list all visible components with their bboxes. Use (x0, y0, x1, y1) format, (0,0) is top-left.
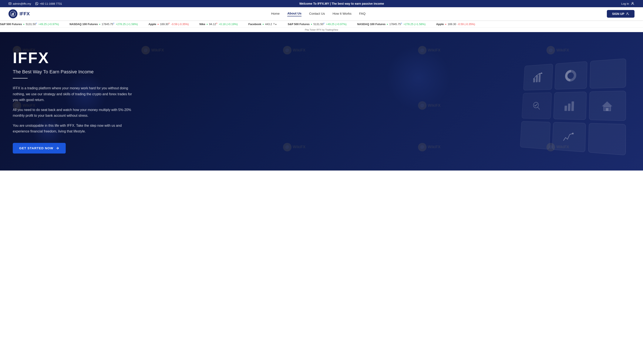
svg-point-1 (632, 2, 633, 4)
logo-text: IFFX (20, 11, 30, 16)
ticker-item-facebook: Facebook ● 443.2 T▲ (248, 22, 277, 26)
user-add-icon (626, 12, 630, 16)
ticker-item-apple: Apple ● 169.30D -0.59 (-0.35%) (148, 22, 189, 26)
card-empty-2 (520, 121, 551, 150)
svg-rect-18 (568, 104, 571, 111)
svg-rect-3 (12, 14, 12, 16)
svg-rect-22 (606, 108, 608, 111)
hero-desc-3: You are unstoppable in this life with IF… (13, 123, 136, 134)
circle-deco-3 (386, 46, 450, 110)
navbar: IFFX Home About Us Contact Us How It Wor… (0, 7, 643, 20)
ticker-item-nasdaq-dup: NASDAQ 100 Futures ● 17845.75E +278.25 (… (357, 22, 426, 26)
svg-rect-10 (536, 76, 538, 82)
phone-contact[interactable]: +60 11-1688 7731 (35, 2, 62, 5)
svg-point-6 (627, 13, 628, 14)
card-columns (554, 92, 587, 120)
svg-rect-11 (538, 73, 541, 82)
nav-home[interactable]: Home (271, 12, 280, 16)
wikifx-mark-9: @WikiFX (283, 143, 306, 152)
card-pie-chart (554, 62, 587, 90)
login-link[interactable]: Log In (621, 2, 634, 6)
sign-up-button[interactable]: SIGN UP (607, 10, 634, 18)
nav-faq[interactable]: FAQ (359, 12, 366, 16)
svg-rect-17 (564, 106, 567, 111)
wikifx-mark-10: @WikiFX (418, 143, 440, 152)
hero-title: IFFX (13, 49, 136, 66)
svg-rect-19 (571, 102, 574, 111)
card-house (589, 91, 626, 121)
hero-cards-grid (520, 58, 626, 156)
ticker-item-apple-dup: Apple ● 169.30 -0.59 (-0.35%) (436, 22, 475, 26)
ticker-attribution[interactable]: Pita Ticker IFFX by TradingView (0, 28, 643, 32)
svg-rect-4 (12, 14, 13, 16)
hero-divider (13, 78, 28, 78)
ticker-bar: S&P 500 Futures ● 5131.50E +49.25 (+0.97… (0, 20, 643, 28)
ticker-item-nike: Nike ● 94.12D +0.18 (+0.19%) (200, 22, 238, 26)
card-line-chart (552, 122, 586, 152)
hero-content: IFFX The Best Way To Earn Passive Income… (0, 32, 149, 170)
nav-about[interactable]: About Us (287, 12, 302, 16)
card-empty-3 (588, 123, 626, 156)
svg-point-23 (572, 133, 574, 134)
hero-subtitle: The Best Way To Earn Passive Income (13, 69, 136, 75)
whatsapp-icon (35, 2, 38, 5)
svg-line-16 (538, 107, 540, 110)
email-icon (8, 2, 12, 5)
ticker-content: S&P 500 Futures ● 5131.50E +49.25 (+0.97… (0, 22, 475, 26)
ticker-item-sp500-dup: S&P 500 Futures ● 5131.50E +49.25 (+0.97… (288, 22, 346, 26)
email-contact[interactable]: admin@iffx.my (8, 2, 31, 5)
ticker-item-nasdaq: NASDAQ 100 Futures ● 17845.75E +278.25 (… (70, 22, 138, 26)
nav-how-it-works[interactable]: How It Works (332, 12, 352, 16)
top-bar-announcement: Welcome To IFFX.MY | The best way to ear… (62, 2, 621, 5)
logo[interactable]: IFFX (8, 9, 30, 18)
card-bar-chart (523, 64, 553, 90)
card-empty-1 (590, 58, 626, 89)
nav-links: Home About Us Contact Us How It Works FA… (271, 12, 366, 16)
hero-cta-button[interactable]: GET STARTED NOW (13, 143, 66, 154)
hero-section: @WikiFX @WikiFX @WikiFX @WikiFX @WikiFX … (0, 32, 643, 170)
hero-desc-2: All you need to do seat back and watch h… (13, 107, 136, 118)
wikifx-mark-3: @WikiFX (283, 46, 306, 54)
ticker-item-sp500: S&P 500 Futures ● 5131.50E +49.25 (+0.97… (0, 22, 59, 26)
wikifx-mark-5: @WikiFX (546, 46, 569, 54)
top-bar-left: admin@iffx.my +60 11-1688 7731 (8, 2, 62, 5)
user-icon (631, 2, 634, 6)
card-search (522, 92, 552, 119)
svg-marker-20 (602, 102, 612, 106)
top-bar: admin@iffx.my +60 11-1688 7731 Welcome T… (0, 0, 643, 7)
nav-contact[interactable]: Contact Us (309, 12, 325, 16)
arrow-right-icon (56, 146, 59, 150)
svg-rect-0 (9, 2, 11, 4)
hero-desc-1: IFFX is a trading platform where your mo… (13, 85, 136, 103)
logo-icon (8, 9, 18, 18)
